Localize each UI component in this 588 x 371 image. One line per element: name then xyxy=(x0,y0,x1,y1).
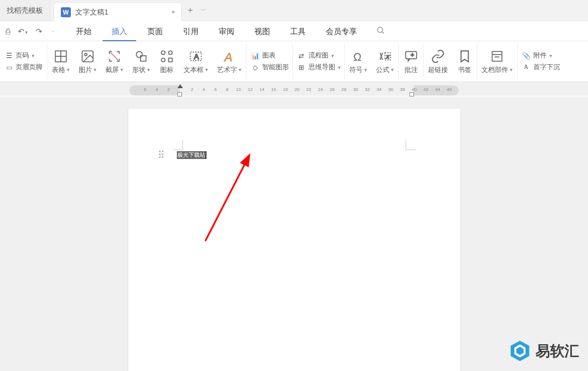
comment-icon: + xyxy=(404,49,418,64)
menu-reference[interactable]: 引用 xyxy=(174,21,208,41)
margin-mark-top-left xyxy=(173,140,183,150)
hyperlink-icon xyxy=(431,49,445,64)
icons-icon xyxy=(160,49,174,64)
menu-member[interactable]: 会员专享 xyxy=(317,21,366,41)
symbol-icon: Ω xyxy=(351,49,365,64)
wordart-icon: A xyxy=(222,49,237,64)
wordart-button[interactable]: A 艺术字▾ xyxy=(213,44,247,79)
table-icon xyxy=(54,49,68,64)
template-tab[interactable]: 找稻壳模板 xyxy=(0,0,50,21)
shapes-icon xyxy=(134,49,148,64)
undo-button[interactable]: ↶▾ xyxy=(16,25,30,38)
chart-smartart-group: 📊图表 ◇智能图形 xyxy=(247,44,293,79)
svg-text:Ω: Ω xyxy=(353,50,362,62)
horizontal-ruler[interactable]: 6 4 2 2 4 6 8 10 12 14 16 18 20 22 24 26… xyxy=(129,85,459,95)
flowchart-mindmap-group: ⇄流程图▾ ⊞思维导图▾ xyxy=(293,44,345,79)
menu-page[interactable]: 页面 xyxy=(138,21,172,41)
logo-icon[interactable]: ⎙ xyxy=(3,25,12,38)
menu-view[interactable]: 视图 xyxy=(245,21,279,41)
indent-bottom-marker[interactable] xyxy=(177,92,182,97)
svg-point-0 xyxy=(378,27,383,32)
document-text-content[interactable]: 极光下载站 xyxy=(177,151,206,159)
new-tab-button[interactable]: ＋ xyxy=(182,0,199,21)
picture-button[interactable]: 图片▾ xyxy=(74,44,101,79)
qa-menu-button[interactable]: ﹀ xyxy=(48,24,58,38)
equation-icon: x xyxy=(378,49,392,64)
workspace: 极光下载站 xyxy=(0,98,588,371)
smartart-button[interactable]: ◇智能图形 xyxy=(250,62,289,72)
svg-point-9 xyxy=(161,51,165,55)
document-page[interactable]: 极光下载站 xyxy=(128,109,460,371)
menu-home[interactable]: 开始 xyxy=(67,21,100,41)
svg-rect-12 xyxy=(168,58,172,62)
doc-icon: W xyxy=(61,7,71,17)
document-tab[interactable]: W 文字文稿1 xyxy=(54,2,182,21)
bookmark-button[interactable]: 书签 xyxy=(452,44,477,79)
typed-text: 极光下载站 xyxy=(177,151,206,159)
hyperlink-button[interactable]: 超链接 xyxy=(423,44,452,79)
mindmap-button[interactable]: ⊞思维导图▾ xyxy=(296,62,341,72)
picture-icon xyxy=(80,49,95,64)
shapes-button[interactable]: 形状▾ xyxy=(128,44,155,79)
svg-text:A: A xyxy=(223,50,232,63)
symbol-button[interactable]: Ω 符号▾ xyxy=(345,44,372,79)
watermark-text: 易软汇 xyxy=(536,341,579,361)
bookmark-icon xyxy=(457,49,472,64)
margin-mark-top-right xyxy=(406,140,416,150)
page-number-group: ☰页码▾ ▭页眉页脚 xyxy=(0,44,47,79)
svg-text:+: + xyxy=(410,51,413,58)
document-tab-label: 文字文稿1 xyxy=(75,7,108,17)
ribbon-insert: ☰页码▾ ▭页眉页脚 表格▾ 图片▾ 截屏▾ 形状▾ 图标 A 文本框▾ A 艺… xyxy=(0,41,588,82)
svg-text:A: A xyxy=(194,52,199,61)
textbox-icon: A xyxy=(189,49,203,64)
attachment-dropcap-group: 📎附件▾ Ａ首字下沉 xyxy=(518,44,563,79)
ruler-container: 6 4 2 2 4 6 8 10 12 14 16 18 20 22 24 26… xyxy=(0,82,588,95)
quick-access: ⎙ ↶▾ ↷ ﹀ xyxy=(3,24,58,38)
docparts-button[interactable]: 文档部件▾ xyxy=(477,44,518,79)
table-button[interactable]: 表格▾ xyxy=(47,44,74,79)
menu-bar: ⎙ ↶▾ ↷ ﹀ 开始 插入 页面 引用 审阅 视图 工具 会员专享 xyxy=(0,21,588,41)
svg-point-11 xyxy=(161,58,165,62)
tab-bar: 找稻壳模板 W 文字文稿1 ＋ ﹀ xyxy=(0,0,588,21)
docparts-icon xyxy=(490,49,504,64)
page-number-button[interactable]: ☰页码▾ xyxy=(4,51,42,60)
right-indent-marker[interactable] xyxy=(409,92,414,97)
indent-top-marker[interactable] xyxy=(177,84,183,88)
menu-review[interactable]: 审阅 xyxy=(210,21,243,41)
text-cursor-caret xyxy=(206,151,206,159)
textbox-button[interactable]: A 文本框▾ xyxy=(179,44,213,79)
header-footer-button[interactable]: ▭页眉页脚 xyxy=(4,62,42,72)
equation-button[interactable]: x 公式▾ xyxy=(372,44,399,79)
comment-button[interactable]: + 批注 xyxy=(399,44,423,79)
redo-button[interactable]: ↷ xyxy=(33,25,45,38)
icons-button[interactable]: 图标 xyxy=(155,44,179,79)
svg-rect-21 xyxy=(492,51,502,61)
menu-insert[interactable]: 插入 xyxy=(103,21,136,41)
flowchart-button[interactable]: ⇄流程图▾ xyxy=(296,51,341,60)
menu-tools[interactable]: 工具 xyxy=(281,21,315,41)
svg-point-6 xyxy=(85,53,87,55)
paragraph-grip-icon[interactable] xyxy=(159,151,163,158)
screenshot-button[interactable]: 截屏▾ xyxy=(101,44,128,79)
dropcap-button[interactable]: Ａ首字下沉 xyxy=(521,62,560,72)
tab-menu-button[interactable]: ﹀ xyxy=(199,0,209,21)
search-icon[interactable] xyxy=(374,23,387,38)
watermark-logo-icon xyxy=(509,340,531,362)
attachment-button[interactable]: 📎附件▾ xyxy=(521,51,560,60)
svg-text:x: x xyxy=(385,53,389,60)
watermark: 易软汇 xyxy=(509,340,579,362)
screenshot-icon xyxy=(107,49,122,64)
svg-point-10 xyxy=(168,51,172,55)
unsaved-indicator-icon xyxy=(172,11,175,13)
svg-point-7 xyxy=(136,51,142,57)
chart-button[interactable]: 📊图表 xyxy=(250,51,289,60)
svg-line-1 xyxy=(382,32,384,33)
template-tab-label: 找稻壳模板 xyxy=(7,6,43,16)
